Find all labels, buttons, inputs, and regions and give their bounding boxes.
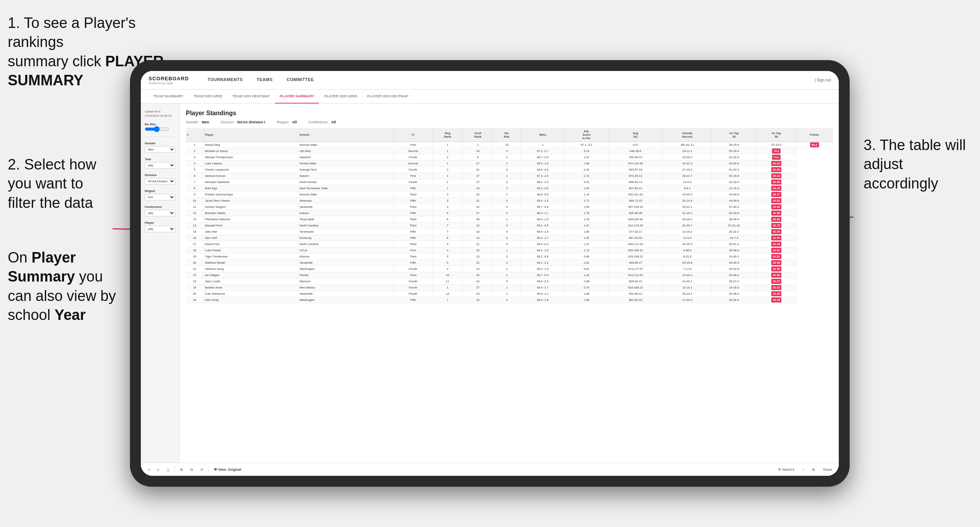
table-cell: 429-198-22 [608, 254, 663, 260]
subnav-team-h2h-heatmap[interactable]: TEAM H2H HEATMAP [228, 90, 274, 104]
filter-conference: Conference: All [308, 120, 336, 124]
table-cell: Arizona State [298, 142, 394, 148]
table-cell: 628-192-30 [608, 216, 663, 223]
table-cell: 18 [463, 229, 493, 235]
col-header-reg-rank: RegRank [433, 128, 463, 142]
region-select[interactable]: N/A All East West [145, 194, 175, 200]
table-cell: 1.65 [564, 291, 608, 297]
table-cell: 500-155-31 [608, 247, 663, 254]
table-cell: 1 [493, 154, 521, 161]
table-cell: Nicholas Gabrielok [204, 179, 298, 185]
table-cell: First [394, 142, 433, 148]
toolbar-back-button[interactable]: ◁ [145, 467, 152, 472]
no-rds-slider[interactable] [145, 127, 169, 131]
table-row: 4Luke ClantonFlorida StateSecond127268.2… [186, 161, 833, 167]
table-cell: 8-6-1 [663, 185, 712, 192]
table-row: 26Petr HrubyWashingtonFifth725068.6 -1.8… [186, 297, 833, 303]
table-cell: New Mexico [298, 285, 394, 291]
table-cell: 1 [493, 272, 521, 278]
filter-region: Region: All [277, 120, 297, 124]
table-cell: 0 [493, 241, 521, 247]
table-cell: 1 [433, 179, 463, 185]
table-cell: 7 [433, 223, 463, 229]
table-cell: 19-39-2 [663, 192, 712, 198]
table-cell: 26 [186, 297, 204, 303]
table-cell: 44.82 [756, 198, 796, 204]
player-select[interactable]: (All) [145, 226, 175, 232]
division-select[interactable]: NCAA Division I NCAA Division II NCAA Di… [145, 178, 175, 185]
table-row: 8Mats EgeEast Tennessee StateFifth124268… [186, 185, 833, 192]
subnav-team-summary[interactable]: TEAM SUMMARY [149, 90, 188, 104]
conference-select[interactable]: (All) [145, 210, 175, 216]
table-row: 2Michael Le SassoOle MissSecond118067.1 … [186, 148, 833, 154]
subnav-player-summary[interactable]: PLAYER SUMMARY [275, 90, 319, 104]
nav-item-tournaments[interactable]: TOURNAMENTS [201, 71, 250, 90]
table-cell: Florida State [298, 161, 394, 167]
conference-label: Conference [145, 205, 175, 209]
table-cell: 3 [433, 198, 463, 204]
table-cell: Fourth [394, 291, 433, 297]
table-cell: Fifth [394, 229, 433, 235]
table-cell: 1 [493, 291, 521, 297]
table-cell: 2 [493, 260, 521, 266]
table-cell: 1.79 [564, 210, 608, 216]
table-cell: 1.66 [564, 229, 608, 235]
sign-out-button[interactable]: | Sign out [815, 78, 831, 82]
table-cell: 514-111-52 [608, 272, 663, 278]
subnav-player-h2h-heatmap[interactable]: PLAYER H2H HEATMAP [363, 90, 413, 104]
nav-item-committee[interactable]: COMMITTEE [280, 71, 321, 90]
subnav-team-h2h-grid[interactable]: TEAM H2H GRID [189, 90, 227, 104]
table-cell: 2 [493, 167, 521, 173]
table-cell: 58.18 [756, 173, 796, 179]
toolbar-copy-button[interactable]: ⊞ [178, 467, 185, 472]
table-cell: 3.10 [564, 148, 608, 154]
table-cell: 22 [463, 260, 493, 266]
table-cell: 7 [186, 179, 204, 185]
table-cell: 406-172-16 [608, 241, 663, 247]
table-cell: 22-29-7 [663, 223, 712, 229]
table-cell: 24-45-1 [712, 254, 756, 260]
table-cell: 440-26-6 [608, 148, 663, 154]
table-cell: 27 [463, 210, 493, 216]
logo-area: SCOREBOARD Powered by clippi [149, 76, 189, 85]
main-content: Update time: 27/03/2024 16:56:26 No Rds.… [141, 104, 839, 463]
annotation-text-1: 1. To see a Player's rankings [8, 15, 136, 50]
toolbar-export-button[interactable]: ↑ [800, 467, 806, 472]
table-cell: Vanderbilt [298, 260, 394, 266]
toolbar-refresh-button[interactable]: ↺ [198, 467, 205, 472]
toolbar-forward-button[interactable]: ▷ [155, 467, 162, 472]
table-cell: 14 [186, 223, 204, 229]
table-cell: 27 [463, 161, 493, 167]
toolbar-grid-button[interactable]: ⊞ [810, 467, 817, 472]
nav-item-teams[interactable]: TEAMS [250, 71, 280, 90]
table-cell: 68.3 -1.7 [521, 235, 564, 241]
table-cell: 562-82-23 [608, 297, 663, 303]
table-cell: 4 [433, 204, 463, 210]
table-cell: 68.7 -2.0 [521, 154, 564, 161]
table-cell: 6 [186, 173, 204, 179]
standings-title: Player Standings [186, 110, 833, 117]
table-cell: 47-40-3 [712, 204, 756, 210]
table-cell: 23 [186, 278, 204, 285]
table-cell: 467-29-23 [608, 235, 663, 241]
col-header-conf-rank: ConfRank [463, 128, 493, 142]
table-cell: 21 [186, 266, 204, 272]
table-cell: 46.77 [756, 192, 796, 198]
subnav-player-h2h-grid[interactable]: PLAYER H2H GRID [320, 90, 362, 104]
table-cell: 40.27 [756, 278, 796, 285]
table-row: 13Phichaksn MaichonTexas A&MThird630169.… [186, 216, 833, 223]
toolbar-share-button[interactable]: Share [821, 467, 834, 472]
table-cell: 4 [433, 247, 463, 254]
toolbar-watch-button[interactable]: 👁 Watch ▾ [776, 467, 796, 472]
year-select[interactable]: (All) First Second Third Fourth Fifth [145, 162, 175, 169]
toolbar-view-button[interactable]: 👁 View: Original [212, 467, 243, 472]
table-cell: Auburn [298, 173, 394, 179]
table-row: 19Tiger ChristensenArizonaThird523269.2 … [186, 254, 833, 260]
toolbar-paste-button[interactable]: ⊟ [188, 467, 195, 472]
table-cell: 509-82-21 [608, 278, 663, 285]
table-row: 11Gordon SargentVanderbiltThird421068.7 … [186, 204, 833, 210]
gender-select[interactable]: Men Women [145, 146, 175, 153]
table-cell: Kentucky [298, 235, 394, 241]
table-cell: 12-16-3 [712, 185, 756, 192]
toolbar-home-button[interactable]: △ [165, 467, 171, 472]
